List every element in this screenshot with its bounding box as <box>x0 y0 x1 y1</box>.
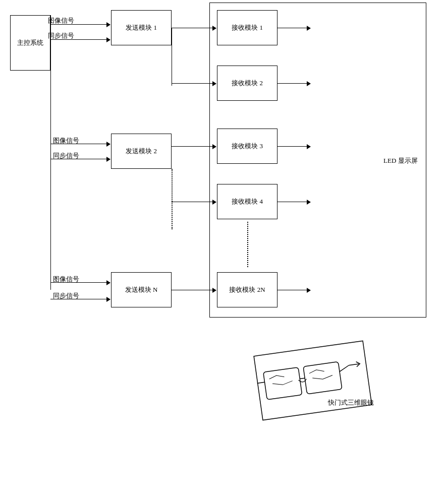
sync-arrow-N <box>50 299 110 299</box>
recv-dotted <box>247 222 248 267</box>
led-label: LED 显示屏 <box>383 156 418 165</box>
send2-dotted <box>172 169 173 229</box>
recv3-out-arrow <box>277 146 310 147</box>
svg-rect-2 <box>303 362 342 394</box>
send1-box: 发送模块 1 <box>111 10 172 45</box>
send2-recv4-arrow <box>172 202 216 202</box>
recv2N-box: 接收模块 2N <box>217 272 277 307</box>
send1-down-vert <box>172 28 172 86</box>
send2-recv3-arrow <box>172 146 216 147</box>
send1-recv2-arrow <box>172 83 216 84</box>
send2-box: 发送模块 2 <box>111 134 172 169</box>
main-left-vert <box>50 15 51 290</box>
recv2-out-arrow <box>277 83 310 84</box>
svg-line-5 <box>339 365 350 372</box>
sync-arrow-2 <box>50 159 110 159</box>
recv4-out-arrow <box>277 202 310 202</box>
master-box: 主控系统 <box>10 15 50 71</box>
send1-recv1-arrow <box>172 28 216 28</box>
img-arrow-2 <box>50 144 110 144</box>
img-arrow-1 <box>50 24 110 25</box>
glasses-container <box>253 340 372 420</box>
recv4-box: 接收模块 4 <box>217 184 277 219</box>
recv1-out-arrow <box>277 28 310 28</box>
glasses-svg <box>253 340 372 420</box>
sendN-box: 发送模块 N <box>111 272 172 307</box>
recv3-box: 接收模块 3 <box>217 129 277 164</box>
glasses-label: 快门式三维眼镜 <box>328 398 374 407</box>
img-arrow-N <box>50 282 110 283</box>
sync-arrow-1 <box>50 39 110 40</box>
recv2N-out-arrow <box>277 290 310 290</box>
svg-rect-0 <box>254 341 372 420</box>
diagram: LED 显示屏 主控系统 发送模块 1 发送模块 2 发送模块 N 接收模块 1… <box>0 0 445 504</box>
svg-line-6 <box>349 364 359 365</box>
recv1-box: 接收模块 1 <box>217 10 277 45</box>
svg-line-4 <box>257 382 265 383</box>
sendN-recv2N-arrow <box>172 290 216 290</box>
svg-rect-1 <box>263 367 302 400</box>
svg-line-3 <box>300 378 305 379</box>
recv2-box: 接收模块 2 <box>217 66 277 101</box>
